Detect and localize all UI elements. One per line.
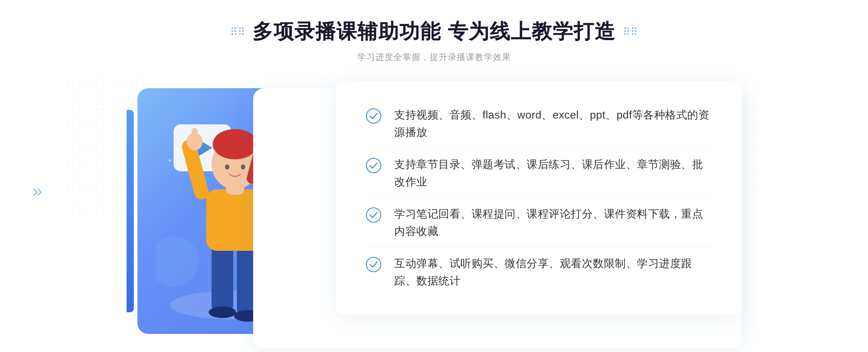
check-icon-4 (365, 256, 383, 274)
check-icon-2 (365, 157, 383, 175)
feature-item-2: 支持章节目录、弹题考试、课后练习、课后作业、章节测验、批改作业 (365, 149, 712, 198)
main-content: 支持视频、音频、flash、word、excel、ppt、pdf等各种格式的资源… (127, 81, 741, 341)
feature-text-4: 互动弹幕、试听购买、微信分享、观看次数限制、学习进度跟踪、数据统计 (394, 255, 712, 289)
svg-point-32 (366, 208, 381, 222)
feature-text-3: 学习笔记回看、课程提问、课程评论打分、课件资料下载，重点内容收藏 (394, 205, 712, 240)
header-title-row: ⠿⠿ 多项录播课辅助功能 专为线上教学打造 ⠿⠿ (230, 18, 638, 46)
header-dots-left-icon: ⠿⠿ (230, 26, 245, 38)
svg-point-3 (209, 306, 236, 318)
svg-point-18 (182, 138, 184, 140)
page-subtitle: 学习进度全掌握，提升录播课教学效果 (230, 51, 638, 63)
header-section: ⠿⠿ 多项录播课辅助功能 专为线上教学打造 ⠿⠿ 学习进度全掌握，提升录播课教学… (230, 18, 638, 63)
header-dots-right-icon: ⠿⠿ (623, 26, 638, 38)
svg-point-16 (241, 164, 245, 169)
blue-accent-bar (127, 110, 134, 312)
svg-point-13 (213, 129, 258, 159)
feature-item-3: 学习笔记回看、课程提问、课程评论打分、课件资料下载，重点内容收藏 (365, 198, 712, 247)
svg-rect-9 (192, 128, 197, 144)
feature-text-2: 支持章节目录、弹题考试、课后练习、课后作业、章节测验、批改作业 (394, 156, 712, 190)
feature-item-1: 支持视频、音频、flash、word、excel、ppt、pdf等各种格式的资源… (365, 99, 712, 148)
svg-point-19 (169, 159, 171, 162)
feature-item-4: 互动弹幕、试听购买、微信分享、观看次数限制、学习进度跟踪、数据统计 (365, 248, 712, 297)
right-features-panel: 支持视频、音频、flash、word、excel、ppt、pdf等各种格式的资源… (336, 81, 741, 315)
check-icon-1 (365, 108, 383, 126)
svg-point-30 (366, 109, 381, 123)
page-title: 多项录播课辅助功能 专为线上教学打造 (252, 18, 616, 46)
svg-point-28 (156, 236, 199, 287)
svg-point-33 (366, 257, 381, 272)
check-icon-3 (365, 207, 383, 225)
page-wrapper: » ⠿⠿ 多项录播课辅助功能 专为线上教学打造 ⠿⠿ 学习进度全掌握，提升录播课… (0, 0, 868, 352)
svg-point-17 (175, 148, 179, 151)
feature-text-1: 支持视频、音频、flash、word、excel、ppt、pdf等各种格式的资源… (394, 106, 712, 141)
chevron-left-icon: » (33, 181, 42, 201)
svg-point-15 (225, 164, 229, 169)
svg-point-31 (366, 158, 381, 173)
